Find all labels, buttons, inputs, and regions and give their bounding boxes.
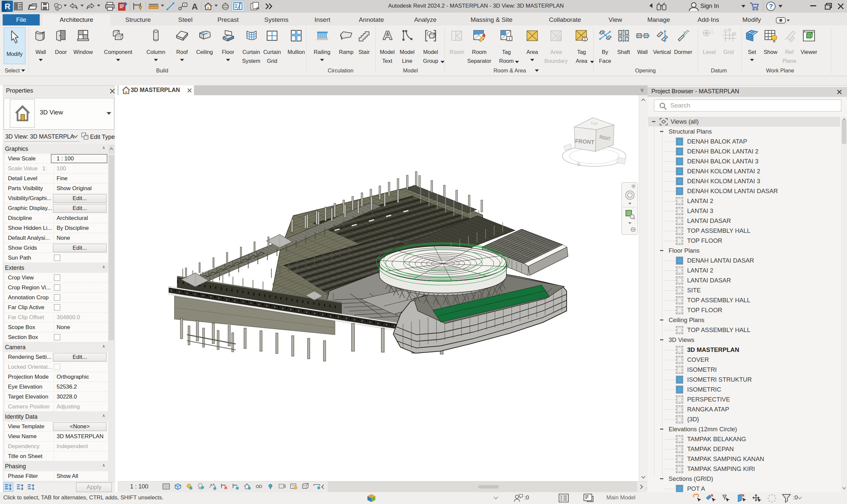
- svg-text:R: R: [5, 2, 10, 11]
- svg-text:?: ?: [769, 3, 773, 10]
- svg-text:S: S: [576, 161, 581, 167]
- svg-text:1: 1: [508, 37, 511, 41]
- svg-text:1: 1: [584, 37, 586, 41]
- svg-text:-1: -1: [710, 29, 713, 32]
